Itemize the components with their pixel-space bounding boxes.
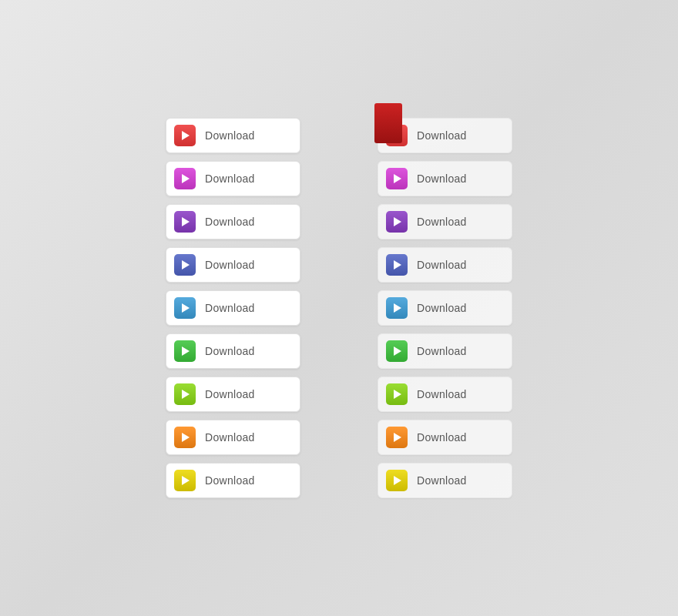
- play-icon: [174, 168, 196, 189]
- download-button-btn-red-b[interactable]: Download: [378, 118, 512, 153]
- download-button-btn-skyblue-b[interactable]: Download: [378, 290, 512, 326]
- download-button-btn-orange-b[interactable]: Download: [378, 420, 512, 455]
- button-label: Download: [417, 474, 467, 487]
- play-triangle-icon: [182, 346, 190, 356]
- button-label: Download: [417, 259, 467, 271]
- download-button-btn-green-b[interactable]: Download: [378, 333, 512, 369]
- download-button-btn-yellow-a[interactable]: Download: [166, 463, 300, 498]
- play-triangle-icon: [394, 131, 401, 140]
- column-right: DownloadDownloadDownloadDownloadDownload…: [378, 118, 512, 498]
- play-triangle-icon: [182, 260, 190, 270]
- button-label: Download: [417, 345, 467, 357]
- play-icon: [174, 427, 196, 448]
- play-icon: [174, 383, 196, 405]
- play-icon: [386, 297, 408, 319]
- download-button-btn-lime-b[interactable]: Download: [378, 377, 512, 412]
- button-label: Download: [205, 129, 255, 142]
- play-triangle-icon: [394, 433, 401, 442]
- buttons-container: DownloadDownloadDownloadDownloadDownload…: [135, 87, 543, 529]
- button-label: Download: [417, 216, 467, 228]
- button-label: Download: [417, 129, 467, 142]
- download-button-btn-blue-a[interactable]: Download: [166, 247, 300, 283]
- button-label: Download: [205, 172, 255, 185]
- play-icon: [174, 125, 196, 146]
- download-button-btn-pink-b[interactable]: Download: [378, 161, 512, 196]
- play-triangle-icon: [394, 476, 401, 485]
- button-label: Download: [205, 388, 255, 400]
- download-button-btn-skyblue-a[interactable]: Download: [166, 290, 300, 326]
- play-triangle-icon: [394, 174, 401, 183]
- download-button-btn-pink-a[interactable]: Download: [166, 161, 300, 196]
- button-label: Download: [205, 216, 255, 228]
- play-triangle-icon: [182, 433, 190, 442]
- play-icon: [386, 470, 408, 491]
- play-triangle-icon: [394, 217, 401, 226]
- play-triangle-icon: [182, 390, 190, 399]
- play-triangle-icon: [394, 390, 401, 399]
- download-button-btn-lime-a[interactable]: Download: [166, 377, 300, 412]
- play-triangle-icon: [182, 217, 190, 226]
- button-label: Download: [205, 302, 255, 314]
- column-left: DownloadDownloadDownloadDownloadDownload…: [166, 118, 300, 498]
- play-icon: [386, 340, 408, 362]
- play-icon: [386, 427, 408, 448]
- play-icon: [386, 211, 408, 233]
- button-label: Download: [417, 172, 467, 185]
- play-icon: [386, 168, 408, 189]
- play-icon: [174, 297, 196, 319]
- play-triangle-icon: [182, 174, 190, 183]
- download-button-btn-orange-a[interactable]: Download: [166, 420, 300, 455]
- download-button-btn-purple-b[interactable]: Download: [378, 204, 512, 239]
- button-label: Download: [417, 388, 467, 400]
- button-label: Download: [417, 302, 467, 314]
- play-triangle-icon: [394, 303, 401, 313]
- button-label: Download: [205, 431, 255, 444]
- download-button-btn-blue-b[interactable]: Download: [378, 247, 512, 283]
- download-button-btn-red-a[interactable]: Download: [166, 118, 300, 153]
- button-label: Download: [205, 474, 255, 487]
- play-triangle-icon: [182, 476, 190, 485]
- play-icon: [174, 340, 196, 362]
- button-label: Download: [205, 259, 255, 271]
- play-icon: [386, 383, 408, 405]
- play-triangle-icon: [182, 303, 190, 313]
- play-icon: [174, 211, 196, 233]
- download-button-btn-green-a[interactable]: Download: [166, 333, 300, 369]
- play-icon: [386, 125, 408, 146]
- button-label: Download: [205, 345, 255, 357]
- play-triangle-icon: [394, 346, 401, 356]
- play-icon: [174, 254, 196, 276]
- play-triangle-icon: [394, 260, 401, 270]
- play-icon: [386, 254, 408, 276]
- download-button-btn-yellow-b[interactable]: Download: [378, 463, 512, 498]
- play-icon: [174, 470, 196, 491]
- download-button-btn-purple-a[interactable]: Download: [166, 204, 300, 239]
- play-triangle-icon: [182, 131, 190, 140]
- button-label: Download: [417, 431, 467, 444]
